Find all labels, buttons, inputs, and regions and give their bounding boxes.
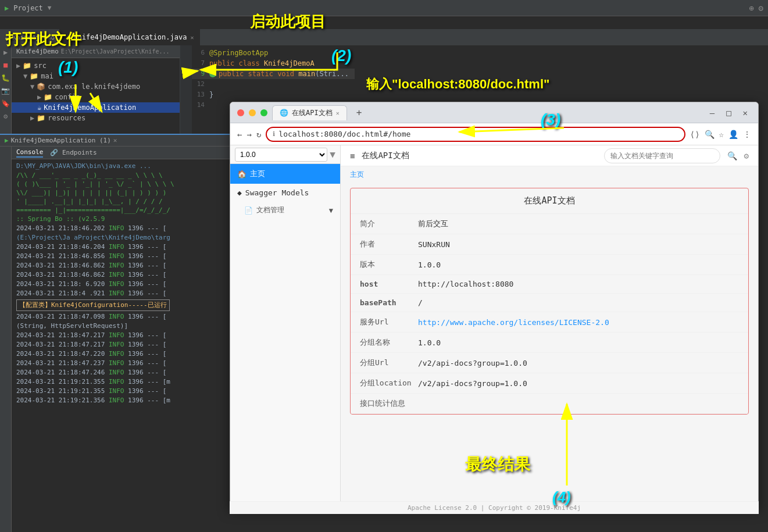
apidoc-card-title: 在线API文档 [351,188,748,214]
line-number-14: 14 [192,100,209,110]
apidoc-value-grouplocation: /v2/api-docs?group=1.0.0 [418,379,527,388]
apidoc-row-apistat: 接口统计信息 [351,394,748,414]
apidoc-label-serviceurl: 服务Url [360,317,418,327]
tree-arrow-com: ▼ [30,83,34,91]
toolbar-debug-icon[interactable]: 🐛 [1,73,10,83]
tree-arrow-main: ▼ [23,72,27,80]
tree-arrow-src: ▶ [16,62,20,70]
browser-back-btn[interactable]: ← [237,130,242,139]
log-highlight-box: 【配置类】Knife4jConfiguration-----已运行 [16,299,170,311]
browser-window-close[interactable]: ✕ [740,108,751,117]
tree-folder-resources-icon: 📁 [37,114,45,122]
code-line-6: 6 @SpringBootApp [192,48,355,58]
ide-settings-icon[interactable]: ⚙ [759,3,763,13]
breadcrumb-home[interactable]: 主页 [350,170,364,178]
nav-home-label: 主页 [250,169,265,179]
tree-header: Knife4jDemo E:\Project\JavaProject\Knife… [12,45,180,58]
tree-path: E:\Project\JavaProject\Knife... [61,48,170,55]
tree-arrow-resources: ▶ [30,114,34,122]
tree-item-app[interactable]: ☕ Knife4jDemoApplication [12,102,180,113]
browser-bookmark-icon[interactable]: ☆ [719,130,724,139]
apidoc-label-jianjie: 简介 [360,219,418,229]
version-select[interactable]: 1.0.0 [235,148,327,162]
browser-tab-label: 在线API文档 [292,108,333,118]
nav-docs-icon: 📄 [244,206,253,215]
toolbar-stop-icon[interactable]: ■ [1,60,10,70]
nav-docs-label: 文档管理 [256,205,284,215]
endpoints-tab[interactable]: 🔗 Endpoints [50,149,97,156]
apidoc-sidebar: 1.0.0 ▼ 🏠 主页 ◆ Swagger Models 📄 文档管理 ▼ [230,145,341,509]
run-config-label[interactable]: Knife4jDemoApplication (1) [11,137,111,144]
tree-title: Knife4jDemo [16,48,59,55]
code-line-9: 9 public static void main(Stri... [192,69,355,79]
tree-item-config-label: config [55,93,80,101]
browser-url-text: localhost:8080/doc.html#/home [278,130,410,138]
line-number-7: 7 [192,58,209,69]
browser-tab-apidoc[interactable]: 🌐 在线API文档 ✕ [272,105,347,120]
apidoc-label-apistat: 接口统计信息 [360,398,418,409]
code-line-12: 12 [192,79,355,90]
kw-public-9: public static void [219,70,298,78]
line-number-9: 9 [192,69,209,79]
browser-forward-btn[interactable]: → [247,130,251,139]
browser-actions: ⟨⟩ 🔍 ☆ 👤 ⋮ [690,130,751,139]
code-line-13: 13 } [192,90,355,100]
browser-profile-icon[interactable]: 👤 [728,130,738,139]
apidoc-nav-swagger[interactable]: ◆ Swagger Models [230,184,340,202]
ide-topbar-dropdown[interactable]: ▼ [48,4,52,12]
apidoc-value-version: 1.0.0 [418,260,441,269]
tree-icon-app: ☕ [37,103,41,112]
run-tab-close[interactable]: ✕ [113,137,117,144]
toolbar-run-icon[interactable]: ▶ [1,48,10,57]
browser-max-btn[interactable] [260,109,267,116]
browser-reload-btn[interactable]: ↻ [256,130,261,139]
line-content-7: public class Knife4jDemoA [209,58,315,69]
apidoc-search-icon[interactable]: 🔍 [727,151,737,160]
apidoc-label-version: 版本 [360,259,418,270]
browser-window-max[interactable]: □ [723,108,734,117]
main-params: (Stri... [315,70,349,78]
tree-folder-main-icon: 📁 [30,72,38,80]
browser-translate-icon[interactable]: ⟨⟩ [690,130,700,139]
browser-tab-close[interactable]: ✕ [336,110,340,116]
ide-tab-close[interactable]: ✕ [190,34,194,41]
tree-item-com[interactable]: ▼ 📦 com.exa le.knife4jdemo [12,81,180,92]
apidoc-nav-docs[interactable]: 📄 文档管理 ▼ [230,202,340,219]
browser-new-tab[interactable]: + [352,107,367,118]
ide-file-tab[interactable]: ☕ Knife4jDemoApplication.java ✕ [60,29,200,45]
browser-min-btn[interactable] [249,109,256,116]
browser-url-secure-icon: ℹ [273,130,275,138]
ide-new-file-icon[interactable]: ⊕ [749,3,753,13]
apidoc-row-groupname: 分组名称 1.0.0 [351,333,748,353]
tree-item-src[interactable]: ▶ 📁 src [12,60,180,71]
toolbar-bookmark-icon[interactable]: 🔖 [1,99,10,108]
apidoc-title-text: 在线API文档 [362,151,409,161]
apidoc-label-groupurl: 分组Url [360,358,418,368]
tree-item-config[interactable]: ▶ 📁 config [12,92,180,102]
browser-url-box[interactable]: ℹ localhost:8080/doc.html#/home [266,127,685,142]
tree-item-main[interactable]: ▼ 📁 mai [12,71,180,81]
apidoc-value-basepath: / [418,298,423,307]
browser-window-min[interactable]: — [706,108,718,117]
ide-project-tab[interactable]: ☕ Knife4jDemo [0,29,60,45]
apidoc-value-jianjie: 前后交互 [418,219,448,229]
apidoc-logo: ≡ [350,151,355,160]
apidoc-value-serviceurl[interactable]: http://www.apache.org/licenses/LICENSE-2… [418,318,609,327]
toolbar-camera-icon[interactable]: 📷 [1,86,10,95]
apidoc-breadcrumb: 主页 [341,166,758,183]
browser-menu-icon[interactable]: ⋮ [743,130,751,139]
tree-item-resources[interactable]: ▶ 📁 resources [12,113,180,123]
apidoc-nav-home[interactable]: 🏠 主页 [230,164,340,184]
console-tab[interactable]: Console [16,148,43,158]
browser-zoom-icon[interactable]: 🔍 [705,130,715,139]
apidoc-label-author: 作者 [360,239,418,249]
line-number-12: 12 [192,79,209,90]
apidoc-settings-icon[interactable]: ⚙ [744,151,749,160]
apidoc-value-author: SUNxRUN [418,240,450,249]
toolbar-gear-icon[interactable]: ⚙ [1,112,10,121]
browser-close-btn[interactable] [237,109,244,116]
apidoc-row-host: host http://localhost:8080 [351,275,748,294]
run-marker[interactable] [209,70,216,77]
apidoc-footer: Apache License 2.0 | Copyright © 2019-Kn… [230,501,759,514]
apidoc-search-input[interactable] [604,148,720,163]
